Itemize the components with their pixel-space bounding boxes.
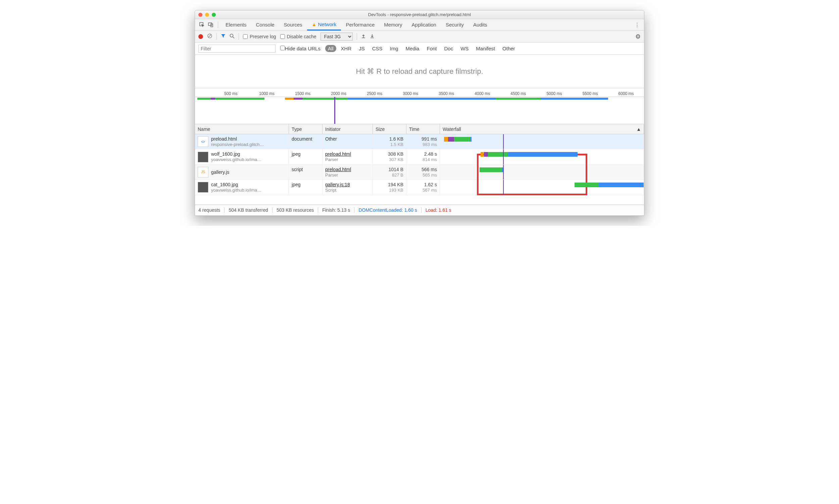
- waterfall-bar[interactable]: [440, 165, 644, 180]
- timeline-tick: 4500 ms: [511, 91, 526, 96]
- filter-type-manifest[interactable]: Manifest: [473, 45, 498, 52]
- col-type[interactable]: Type: [289, 124, 322, 134]
- filter-type-doc[interactable]: Doc: [441, 45, 456, 52]
- disable-cache-checkbox[interactable]: Disable cache: [280, 34, 317, 39]
- filter-input[interactable]: [198, 44, 275, 53]
- filter-type-all[interactable]: All: [325, 45, 336, 52]
- tab-application[interactable]: Application: [407, 19, 441, 30]
- request-row[interactable]: JSgallery.jsscriptpreload.htmlParser1014…: [195, 165, 644, 180]
- tab-audits[interactable]: Audits: [468, 19, 492, 30]
- col-initiator[interactable]: Initiator: [322, 124, 373, 134]
- timeline-tick: 5500 ms: [582, 91, 598, 96]
- export-har-icon[interactable]: [370, 34, 375, 39]
- status-transferred: 504 KB transferred: [229, 208, 272, 213]
- request-latency: 814 ms: [409, 157, 437, 162]
- throttling-select[interactable]: Fast 3G: [321, 33, 353, 41]
- close-window-button[interactable]: [198, 13, 202, 17]
- request-latency: 565 ms: [409, 173, 437, 178]
- col-time[interactable]: Time: [406, 124, 440, 134]
- timeline-overview[interactable]: 500 ms1000 ms1500 ms2000 ms2500 ms3000 m…: [195, 88, 644, 124]
- request-row[interactable]: wolf_1600.jpgyoavweiss.github.io/ima…jpe…: [195, 149, 644, 164]
- tab-security[interactable]: Security: [441, 19, 468, 30]
- tab-network[interactable]: ▲Network: [307, 19, 341, 31]
- filter-type-media[interactable]: Media: [403, 45, 422, 52]
- request-size-content: 1.5 KB: [376, 142, 404, 147]
- status-requests: 4 requests: [198, 208, 225, 213]
- inspect-element-icon[interactable]: [198, 20, 207, 29]
- request-name: cat_1600.jpg: [211, 182, 262, 187]
- timeline-tick: 1000 ms: [259, 91, 274, 96]
- request-type: jpeg: [289, 149, 322, 164]
- tab-sources[interactable]: Sources: [279, 19, 307, 30]
- timeline-tick: 3000 ms: [403, 91, 418, 96]
- timeline-tick: 6000 ms: [618, 91, 633, 96]
- document-icon: <>: [198, 136, 209, 147]
- timeline-tick: 1500 ms: [295, 91, 310, 96]
- kebab-menu-icon[interactable]: ⋮: [632, 20, 641, 29]
- waterfall-bar[interactable]: [440, 180, 644, 195]
- tab-label: Audits: [473, 22, 487, 28]
- waterfall-segment: [470, 137, 471, 142]
- panel-tabs: ElementsConsoleSources▲NetworkPerformanc…: [195, 19, 644, 31]
- clear-button[interactable]: [207, 33, 212, 40]
- timeline-tick: 2000 ms: [331, 91, 346, 96]
- request-time: 566 ms: [409, 167, 437, 173]
- preserve-log-checkbox[interactable]: Preserve log: [243, 34, 276, 39]
- tab-console[interactable]: Console: [251, 19, 279, 30]
- network-toolbar: Preserve log Disable cache Fast 3G ⚙: [195, 31, 644, 42]
- waterfall-segment: [448, 137, 454, 142]
- preserve-log-label: Preserve log: [250, 34, 276, 39]
- request-latency: 983 ms: [409, 142, 437, 147]
- sort-indicator-icon: ▲: [636, 126, 641, 132]
- record-button[interactable]: [198, 34, 203, 39]
- svg-point-4: [230, 34, 233, 37]
- col-name[interactable]: Name: [195, 124, 289, 134]
- status-bar: 4 requests 504 KB transferred 503 KB res…: [195, 205, 644, 215]
- status-load: Load: 1.61 s: [426, 208, 451, 213]
- filter-type-xhr[interactable]: XHR: [338, 45, 354, 52]
- svg-rect-1: [209, 23, 212, 25]
- devtools-window: DevTools - responsive-preload.glitch.me/…: [195, 10, 644, 216]
- request-time: 2.48 s: [409, 151, 437, 157]
- initiator-link[interactable]: gallery.js:18: [325, 182, 370, 187]
- col-waterfall[interactable]: Waterfall▲: [440, 124, 644, 134]
- request-row[interactable]: <>preload.htmlresponsive-preload.glitch……: [195, 134, 644, 149]
- filter-type-font[interactable]: Font: [424, 45, 439, 52]
- waterfall-bar[interactable]: [440, 149, 644, 164]
- timeline-tick: 3500 ms: [439, 91, 454, 96]
- status-finish: Finish: 5.13 s: [322, 208, 354, 213]
- initiator-link: Other: [325, 136, 370, 142]
- request-size: 1.6 KB: [376, 136, 404, 142]
- initiator-type: Parser: [325, 173, 370, 178]
- zoom-window-button[interactable]: [212, 13, 216, 17]
- minimize-window-button[interactable]: [205, 13, 209, 17]
- settings-gear-icon[interactable]: ⚙: [635, 33, 641, 40]
- initiator-link[interactable]: preload.html: [325, 167, 370, 173]
- timeline-tick: 4000 ms: [475, 91, 490, 96]
- hide-data-urls-checkbox[interactable]: Hide data URLs: [280, 46, 321, 51]
- window-controls: [198, 13, 216, 17]
- filter-type-img[interactable]: Img: [387, 45, 401, 52]
- device-toolbar-icon[interactable]: [207, 20, 215, 29]
- filter-type-other[interactable]: Other: [500, 45, 518, 52]
- waterfall-segment: [480, 167, 502, 172]
- request-time: 991 ms: [409, 136, 437, 142]
- tab-performance[interactable]: Performance: [341, 19, 379, 30]
- waterfall-bar[interactable]: [440, 134, 644, 149]
- request-size: 308 KB: [376, 151, 404, 157]
- filter-bar: Hide data URLs AllXHRJSCSSImgMediaFontDo…: [195, 42, 644, 55]
- filter-type-css[interactable]: CSS: [370, 45, 385, 52]
- waterfall-segment: [508, 152, 577, 157]
- tab-label: Sources: [284, 22, 302, 28]
- request-row[interactable]: cat_1600.jpgyoavweiss.github.io/ima…jpeg…: [195, 180, 644, 195]
- filter-type-ws[interactable]: WS: [458, 45, 471, 52]
- filter-type-js[interactable]: JS: [356, 45, 368, 52]
- search-icon[interactable]: [230, 34, 235, 40]
- filter-toggle-icon[interactable]: [221, 34, 226, 39]
- tab-memory[interactable]: Memory: [379, 19, 407, 30]
- initiator-link[interactable]: preload.html: [325, 151, 370, 157]
- tab-elements[interactable]: Elements: [221, 19, 251, 30]
- request-latency: 567 ms: [409, 187, 437, 193]
- import-har-icon[interactable]: [361, 34, 366, 39]
- col-size[interactable]: Size: [373, 124, 406, 134]
